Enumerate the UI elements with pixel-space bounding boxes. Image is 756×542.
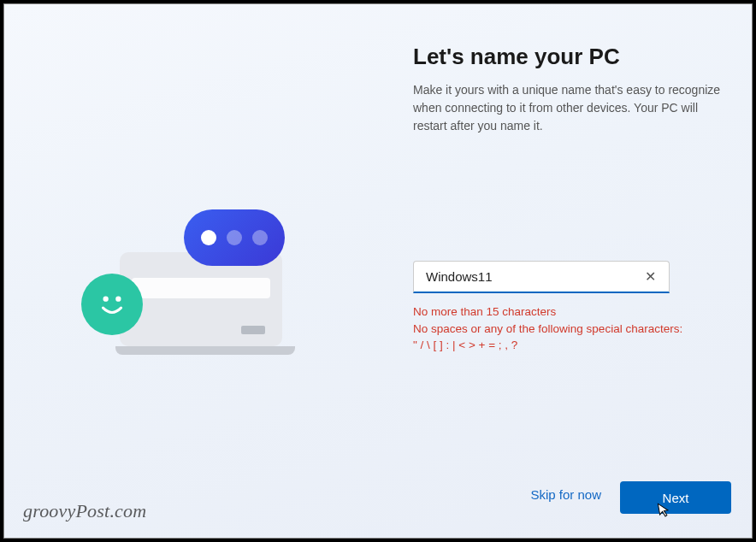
typing-dot-icon bbox=[227, 230, 242, 245]
validation-line: " / \ [ ] : | < > + = ; , ? bbox=[413, 337, 704, 354]
oobe-window: Let's name your PC Make it yours with a … bbox=[3, 3, 753, 539]
watermark-text: groovyPost.com bbox=[23, 500, 146, 522]
pc-name-input[interactable] bbox=[426, 269, 640, 284]
smiley-icon bbox=[81, 274, 143, 335]
validation-line: No more than 15 characters bbox=[413, 303, 704, 321]
skip-for-now-link[interactable]: Skip for now bbox=[525, 480, 606, 509]
clear-input-icon[interactable]: ✕ bbox=[640, 267, 660, 287]
svg-point-1 bbox=[115, 297, 121, 302]
next-button[interactable]: Next bbox=[620, 481, 731, 514]
illustration bbox=[81, 201, 338, 372]
laptop-screen bbox=[120, 252, 282, 346]
svg-point-0 bbox=[103, 297, 109, 302]
laptop-base bbox=[115, 346, 295, 355]
validation-line: No spaces or any of the following specia… bbox=[413, 321, 704, 338]
page-title: Let's name your PC bbox=[413, 44, 620, 70]
validation-message: No more than 15 characters No spaces or … bbox=[413, 303, 704, 354]
typing-dot-icon bbox=[252, 230, 268, 245]
content-area: Let's name your PC Make it yours with a … bbox=[4, 4, 752, 538]
page-description: Make it yours with a unique name that's … bbox=[413, 81, 721, 135]
typing-dot-icon bbox=[201, 230, 216, 245]
pc-name-field-wrapper: ✕ bbox=[413, 261, 670, 293]
chat-bubble-icon bbox=[184, 209, 285, 266]
